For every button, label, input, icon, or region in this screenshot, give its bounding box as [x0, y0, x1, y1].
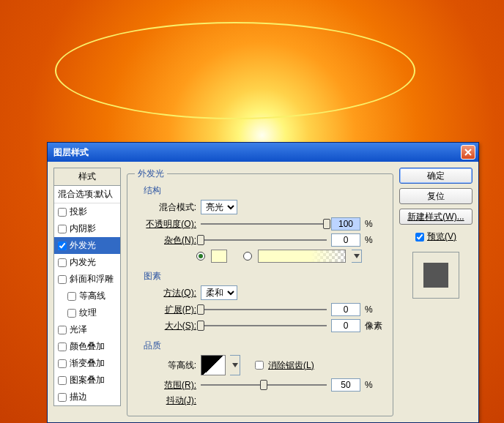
style-label: 颜色叠加 — [70, 340, 105, 353]
chk-pattern-overlay[interactable] — [58, 376, 67, 385]
preview-box — [412, 252, 459, 299]
blend-options-default[interactable]: 混合选项:默认 — [54, 186, 120, 203]
chk-bevel[interactable] — [58, 275, 67, 284]
blend-mode-row: 混合模式: 亮光 — [144, 200, 385, 214]
preview-toggle-row: 预览(V) — [399, 231, 472, 243]
color-radio[interactable] — [196, 252, 205, 261]
size-value[interactable]: 0 — [331, 319, 360, 332]
styles-list: 混合选项:默认 投影 内阴影 外发光 内发光 斜面和浮雕 等高线 纹理 光泽 颜… — [53, 186, 121, 406]
size-row: 大小(S): 0 像素 — [144, 319, 385, 332]
noise-label: 杂色(N): — [144, 234, 196, 247]
close-icon — [464, 149, 472, 156]
spread-value[interactable]: 0 — [331, 303, 360, 316]
color-swatch[interactable] — [211, 250, 227, 263]
method-label: 方法(Q): — [144, 287, 196, 299]
style-label: 等高线 — [79, 290, 105, 302]
style-label: 光泽 — [70, 323, 87, 336]
blend-mode-select[interactable]: 亮光 — [201, 200, 237, 214]
spread-slider[interactable] — [201, 303, 327, 316]
outer-glow-group: 外发光 结构 混合模式: 亮光 不透明度(O): 100 % 杂色(N): 0 … — [127, 168, 393, 416]
structure-title: 结构 — [144, 184, 385, 197]
elements-title: 图素 — [144, 270, 385, 282]
opacity-row: 不透明度(O): 100 % — [144, 217, 385, 231]
style-row-pattern-overlay[interactable]: 图案叠加 — [54, 372, 120, 389]
gradient-swatch[interactable] — [258, 250, 346, 263]
range-slider[interactable] — [201, 378, 327, 392]
cancel-button[interactable]: 复位 — [399, 188, 472, 204]
layer-style-dialog: 图层样式 样式 混合选项:默认 投影 内阴影 外发光 内发光 斜面和浮雕 等高线… — [47, 142, 479, 423]
gradient-dropdown[interactable] — [352, 250, 362, 263]
style-row-stroke[interactable]: 描边 — [54, 389, 120, 405]
style-row-inner-glow[interactable]: 内发光 — [54, 254, 120, 271]
contour-row: 等高线: 消除锯齿(L) — [144, 355, 385, 375]
style-label: 内阴影 — [70, 222, 96, 235]
jitter-row: 抖动(J): — [144, 394, 385, 407]
style-row-drop-shadow[interactable]: 投影 — [54, 203, 120, 220]
style-row-inner-shadow[interactable]: 内阴影 — [54, 220, 120, 237]
range-value[interactable]: 50 — [331, 378, 360, 392]
style-label: 渐变叠加 — [70, 357, 105, 370]
right-panel: 确定 复位 新建样式(W)... 预览(V) — [399, 168, 472, 416]
opacity-value[interactable]: 100 — [331, 217, 360, 231]
chk-inner-glow[interactable] — [58, 258, 67, 267]
style-row-color-overlay[interactable]: 颜色叠加 — [54, 338, 120, 355]
close-button[interactable] — [461, 145, 475, 160]
style-label: 内发光 — [70, 256, 96, 269]
style-label: 图案叠加 — [70, 374, 105, 386]
quality-title: 品质 — [144, 340, 385, 352]
size-label: 大小(S): — [144, 320, 196, 332]
size-slider[interactable] — [201, 319, 327, 332]
style-label: 斜面和浮雕 — [70, 273, 114, 285]
blend-default-label: 混合选项:默认 — [58, 188, 113, 201]
chevron-down-icon — [232, 363, 238, 367]
opacity-label: 不透明度(O): — [144, 218, 196, 231]
contour-dropdown[interactable] — [230, 355, 240, 375]
jitter-label: 抖动(J): — [144, 394, 196, 407]
outer-glow-title: 外发光 — [135, 168, 167, 180]
method-select[interactable]: 柔和 — [201, 285, 237, 300]
chk-contour[interactable] — [67, 292, 76, 301]
chk-color-overlay[interactable] — [58, 342, 67, 351]
antialias-checkbox[interactable] — [255, 361, 264, 370]
chk-gradient-overlay[interactable] — [58, 359, 67, 368]
method-row: 方法(Q): 柔和 — [144, 285, 385, 300]
contour-picker[interactable] — [201, 355, 226, 375]
chevron-down-icon — [354, 254, 360, 258]
preview-label: 预览(V) — [427, 231, 456, 243]
chk-stroke[interactable] — [58, 393, 67, 402]
dialog-title: 图层样式 — [53, 146, 89, 159]
style-label: 描边 — [70, 391, 87, 403]
style-row-texture[interactable]: 纹理 — [54, 304, 120, 321]
style-row-satin[interactable]: 光泽 — [54, 321, 120, 338]
style-row-outer-glow[interactable]: 外发光 — [54, 237, 120, 254]
range-label: 范围(R): — [144, 379, 196, 392]
preview-checkbox[interactable] — [415, 233, 424, 242]
styles-panel: 样式 混合选项:默认 投影 内阴影 外发光 内发光 斜面和浮雕 等高线 纹理 光… — [53, 168, 121, 416]
style-row-bevel[interactable]: 斜面和浮雕 — [54, 271, 120, 288]
noise-slider[interactable] — [201, 233, 327, 247]
chk-outer-glow[interactable] — [58, 242, 67, 250]
chk-satin[interactable] — [58, 326, 67, 334]
spread-row: 扩展(P): 0 % — [144, 303, 385, 316]
noise-value[interactable]: 0 — [331, 233, 360, 247]
blend-mode-label: 混合模式: — [144, 201, 196, 214]
style-row-gradient-overlay[interactable]: 渐变叠加 — [54, 355, 120, 372]
main-panel: 外发光 结构 混合模式: 亮光 不透明度(O): 100 % 杂色(N): 0 … — [127, 168, 393, 416]
gradient-radio[interactable] — [243, 252, 252, 261]
glow-color-row — [196, 250, 385, 263]
style-label: 外发光 — [70, 239, 96, 252]
noise-row: 杂色(N): 0 % — [144, 233, 385, 247]
new-style-button[interactable]: 新建样式(W)... — [399, 209, 472, 225]
spread-label: 扩展(P): — [144, 304, 196, 316]
opacity-slider[interactable] — [201, 217, 327, 231]
styles-header[interactable]: 样式 — [53, 168, 121, 186]
chk-texture[interactable] — [67, 309, 76, 318]
ok-button[interactable]: 确定 — [399, 168, 472, 184]
preview-thumbnail — [423, 263, 448, 288]
chk-drop-shadow[interactable] — [58, 208, 67, 217]
dialog-titlebar[interactable]: 图层样式 — [48, 143, 478, 162]
style-row-contour[interactable]: 等高线 — [54, 288, 120, 304]
range-row: 范围(R): 50 % — [144, 378, 385, 392]
chk-inner-shadow[interactable] — [58, 225, 67, 233]
contour-label: 等高线: — [144, 359, 196, 372]
